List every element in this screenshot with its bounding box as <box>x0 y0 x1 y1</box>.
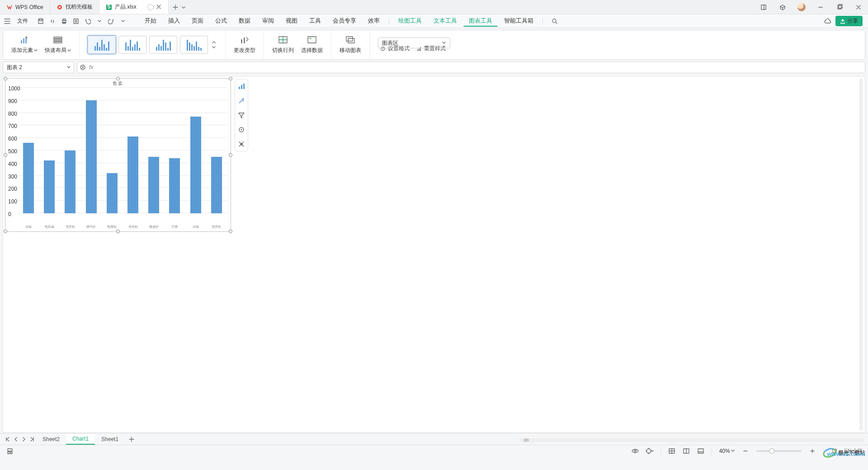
resize-handle[interactable] <box>4 77 7 80</box>
menu-start[interactable]: 开始 <box>139 15 162 27</box>
menu-view[interactable]: 视图 <box>280 15 303 27</box>
view-pagebreak-icon[interactable] <box>681 446 692 456</box>
chart-filter-icon[interactable] <box>236 110 246 120</box>
chart-object[interactable]: 售卖 01002003004005006007008009001000 冰箱电风… <box>5 78 231 232</box>
cloud-icon[interactable] <box>824 18 832 24</box>
quick-layout-button[interactable]: 快速布局 <box>41 35 75 54</box>
menu-draw-tools[interactable]: 绘图工具 <box>393 15 427 27</box>
menu-data[interactable]: 数据 <box>233 15 256 27</box>
sheet-nav-prev[interactable] <box>12 435 20 443</box>
minimize-button[interactable] <box>811 0 830 14</box>
chart-bar[interactable] <box>107 173 118 213</box>
comments-icon[interactable] <box>147 4 154 10</box>
zoom-slider[interactable] <box>756 450 802 452</box>
formula-bar[interactable]: fx <box>77 61 865 73</box>
resize-handle[interactable] <box>229 153 232 157</box>
zoom-slider-knob[interactable] <box>769 448 774 454</box>
move-chart-button[interactable]: 移动图表 <box>336 35 365 54</box>
redo-icon[interactable] <box>106 16 117 27</box>
print-icon[interactable] <box>59 16 70 27</box>
share-button[interactable]: 分享 <box>835 16 863 26</box>
chart-style-icon[interactable] <box>236 96 246 106</box>
menu-smart-tools[interactable]: 智能工具箱 <box>499 15 539 27</box>
chart-style-2[interactable] <box>118 36 146 54</box>
chart-bar[interactable] <box>211 157 222 213</box>
print-preview-icon[interactable] <box>71 16 81 27</box>
chart-smart-icon[interactable] <box>236 139 246 149</box>
undo-icon[interactable] <box>82 16 93 27</box>
vertical-scrollbar[interactable] <box>859 78 864 431</box>
view-reading-icon[interactable] <box>695 446 706 456</box>
tab-menu-button[interactable] <box>181 5 186 9</box>
link-icon[interactable] <box>47 16 58 27</box>
chart-bar[interactable] <box>65 150 75 213</box>
chart-bar[interactable] <box>44 160 55 213</box>
maximize-button[interactable] <box>830 0 849 14</box>
select-data-button[interactable]: 选择数据 <box>297 35 326 54</box>
chart-area-select[interactable]: 图表区 <box>378 38 450 48</box>
file-menu[interactable]: 文件 <box>13 17 33 25</box>
cube-icon[interactable] <box>773 0 792 14</box>
menu-efficiency[interactable]: 效率 <box>363 15 385 27</box>
resize-handle[interactable] <box>116 77 120 80</box>
chart-style-4[interactable] <box>180 36 208 54</box>
chart-plot-area[interactable]: 01002003004005006007008009001000 <box>18 88 227 213</box>
change-type-button[interactable]: 更改类型 <box>230 35 259 54</box>
resize-handle[interactable] <box>116 230 120 233</box>
sheet-nav-next[interactable] <box>20 435 28 443</box>
undo-dropdown[interactable] <box>94 16 105 27</box>
chart-bar[interactable] <box>86 100 97 213</box>
menu-member[interactable]: 会员专享 <box>327 15 362 27</box>
fx-icon[interactable]: fx <box>89 64 93 70</box>
menu-formula[interactable]: 公式 <box>210 15 232 27</box>
target-icon[interactable] <box>644 446 655 456</box>
user-avatar[interactable] <box>792 0 811 14</box>
view-normal-icon[interactable] <box>666 446 677 456</box>
horizontal-scrollbar[interactable] <box>520 438 864 443</box>
sheet-tab[interactable]: Chart1 <box>66 434 95 445</box>
panel-icon[interactable] <box>754 0 773 14</box>
cancel-formula-icon[interactable] <box>80 65 85 70</box>
chart-bar[interactable] <box>169 158 180 213</box>
zoom-in-button[interactable] <box>807 446 818 456</box>
zoom-out-button[interactable] <box>740 446 751 456</box>
menu-tools[interactable]: 工具 <box>304 15 326 27</box>
resize-handle[interactable] <box>4 230 7 233</box>
document-tab[interactable]: S 产品.xlsx <box>99 0 169 14</box>
qat-more-dropdown[interactable] <box>118 16 128 27</box>
chart-style-1[interactable] <box>88 36 116 54</box>
search-icon[interactable] <box>549 16 560 27</box>
resize-handle[interactable] <box>229 77 232 80</box>
hamburger-menu[interactable] <box>2 19 13 24</box>
save-icon[interactable] <box>35 16 46 27</box>
chart-bar[interactable] <box>127 136 138 213</box>
chart-bar[interactable] <box>190 117 201 213</box>
sheet-tab[interactable]: Sheet1 <box>95 434 125 444</box>
chart-style-3[interactable] <box>149 36 177 54</box>
close-window-button[interactable] <box>849 0 868 14</box>
chart-settings-icon[interactable] <box>236 125 246 135</box>
sheet-tab[interactable]: Sheet2 <box>36 434 66 444</box>
eye-icon[interactable] <box>630 446 641 456</box>
chart-elements-icon[interactable] <box>236 81 246 91</box>
resize-handle[interactable] <box>4 153 7 157</box>
app-tab-wps[interactable]: WPS Office <box>0 0 50 14</box>
style-gallery-more[interactable] <box>211 36 217 54</box>
close-tab-icon[interactable] <box>156 5 162 10</box>
add-sheet-button[interactable] <box>127 435 136 443</box>
menu-chart-tools[interactable]: 图表工具 <box>463 15 498 27</box>
new-tab-button[interactable] <box>172 4 179 10</box>
app-tab-docer[interactable]: 找稻壳模板 <box>50 0 99 14</box>
menu-text-tools[interactable]: 文本工具 <box>428 15 462 27</box>
status-layout-icon[interactable] <box>5 446 15 456</box>
chart-bar[interactable] <box>148 157 159 213</box>
sheet-nav-first[interactable] <box>4 435 12 443</box>
menu-insert[interactable]: 插入 <box>163 15 185 27</box>
menu-review[interactable]: 审阅 <box>257 15 279 27</box>
resize-handle[interactable] <box>229 230 232 233</box>
switch-rowcol-button[interactable]: 切换行列 <box>269 35 297 54</box>
add-element-button[interactable]: 添加元素 <box>8 35 41 54</box>
name-box[interactable]: 图表 2 <box>3 61 74 73</box>
zoom-value[interactable]: 40% <box>717 448 737 454</box>
chart-bar[interactable] <box>23 143 34 213</box>
